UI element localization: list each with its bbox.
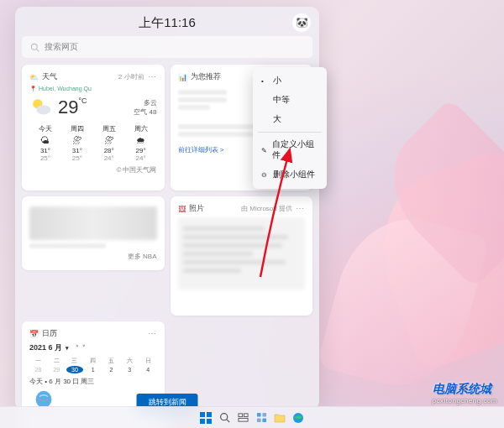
svg-line-13: [226, 420, 228, 422]
svg-rect-9: [207, 412, 212, 417]
photos-source: 由 Microsoft 提供: [241, 204, 292, 213]
widgets-taskbar-icon[interactable]: [255, 411, 268, 425]
menu-size-medium[interactable]: 中等: [253, 91, 327, 110]
svg-rect-11: [207, 419, 212, 424]
widget-context-menu: •小 中等 大 ✎自定义小组件 ⊖删除小组件: [253, 67, 327, 189]
user-avatar[interactable]: 🐼: [292, 13, 311, 32]
calendar-more-icon[interactable]: ⋯: [148, 330, 157, 338]
svg-rect-16: [238, 418, 247, 421]
remove-icon: ⊖: [261, 171, 268, 179]
edge-icon[interactable]: [291, 411, 305, 425]
weather-time: 2 小时前: [118, 72, 144, 81]
stocks-link[interactable]: 前往详细列表 >: [178, 146, 224, 154]
search-input[interactable]: 搜索网页: [22, 36, 312, 58]
weather-source: © 中国天气网: [29, 165, 157, 175]
weather-aqi: 空气 48: [134, 107, 156, 117]
weather-forecast: 今天🌤31°25° 周四⛈31°25° 周五⛈28°24° 周六🌧29°24°: [29, 124, 157, 162]
svg-rect-10: [200, 419, 205, 424]
weather-cloud-icon: ⛅: [29, 73, 39, 81]
menu-size-small[interactable]: •小: [253, 71, 327, 91]
nba-widget[interactable]: 更多 NBA: [22, 196, 165, 270]
svg-point-3: [36, 105, 50, 114]
calendar-up-icon[interactable]: ˄: [76, 345, 79, 352]
svg-point-0: [31, 44, 37, 50]
stocks-chart-icon: 📊: [178, 73, 187, 81]
search-placeholder: 搜索网页: [45, 41, 78, 53]
sun-cloud-icon: [29, 96, 53, 119]
calendar-grid: 一二三四五六日 2829301234: [29, 357, 157, 373]
svg-rect-20: [262, 418, 266, 422]
svg-rect-18: [262, 413, 266, 417]
calendar-event: 今天 • 6 月 30 日 周三: [29, 377, 157, 386]
calendar-month: 2021 6 月: [29, 342, 62, 353]
chevron-down-icon[interactable]: ▾: [66, 345, 69, 352]
weather-location: 📍 Hubei, Wuchang Qu: [29, 86, 157, 92]
calendar-down-icon[interactable]: ˅: [82, 345, 86, 352]
photos-icon: 🖼: [178, 205, 186, 213]
weather-condition: 多云: [134, 98, 156, 107]
svg-rect-8: [200, 412, 205, 417]
stocks-title: 为您推荐: [191, 71, 221, 82]
svg-rect-15: [244, 414, 248, 417]
menu-size-large[interactable]: 大: [253, 110, 327, 129]
svg-rect-17: [256, 413, 260, 417]
svg-rect-14: [238, 414, 242, 417]
explorer-icon[interactable]: [273, 411, 286, 425]
svg-point-12: [220, 414, 227, 420]
weather-widget[interactable]: ⛅ 天气 2 小时前 ⋯ 📍 Hubei, Wuchang Qu 29°C 多云…: [22, 65, 165, 191]
weather-more-icon[interactable]: ⋯: [148, 73, 157, 81]
photos-title: 照片: [189, 203, 204, 214]
svg-rect-19: [256, 418, 260, 422]
taskbar: [0, 406, 504, 428]
menu-remove-widget[interactable]: ⊖删除小组件: [253, 165, 327, 185]
nba-footer[interactable]: 更多 NBA: [29, 252, 157, 261]
photos-more-icon[interactable]: ⋯: [296, 205, 305, 213]
panel-clock: 上午11:16: [22, 15, 312, 31]
weather-temp: 29°C: [58, 97, 87, 118]
start-button[interactable]: [199, 411, 213, 425]
taskbar-search-icon[interactable]: [218, 411, 231, 425]
calendar-title: 日历: [42, 328, 57, 339]
calendar-icon: 📅: [29, 330, 39, 338]
task-view-icon[interactable]: [236, 411, 249, 425]
search-icon: [30, 43, 39, 52]
menu-customize-widget[interactable]: ✎自定义小组件: [253, 135, 327, 165]
photos-widget[interactable]: 🖼 照片 由 Microsoft 提供 ⋯: [171, 196, 313, 316]
watermark: 电脑系统城 pcxitongcheng.com: [433, 382, 497, 405]
pencil-icon: ✎: [261, 147, 267, 154]
weather-title: 天气: [42, 71, 57, 82]
svg-line-1: [37, 49, 39, 51]
